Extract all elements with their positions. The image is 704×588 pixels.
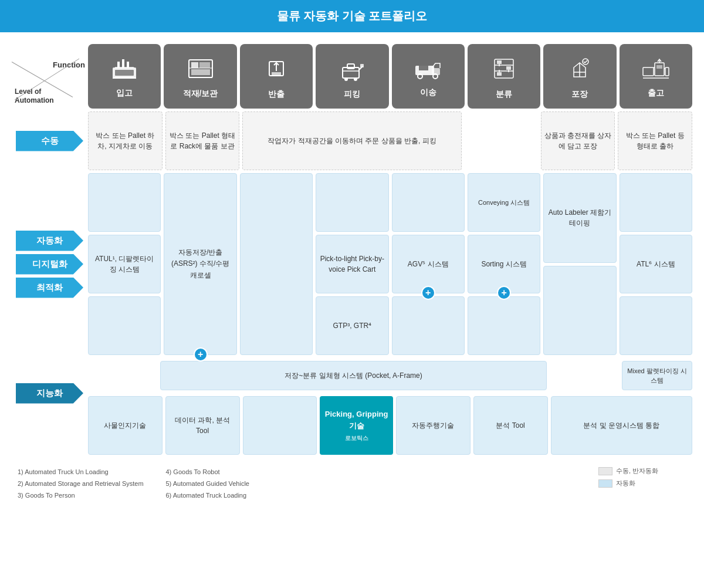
- func-label-sorting: 분류: [496, 89, 512, 100]
- level-manual-text: 수동: [16, 131, 83, 151]
- row-pocket-aframe: 저장~분류 일체형 시스템 (Pocket, A-Frame) Mixed 팔렛…: [88, 361, 692, 390]
- svg-rect-33: [506, 66, 511, 70]
- cell-intel-storage: 데이터 과학, 분석 Tool: [165, 396, 240, 455]
- cell-digital-picking: Pick-to-light Pick-by-voice Pick Cart: [316, 235, 388, 293]
- cell-intel-picking: Picking, Gripping 기술 로보틱스: [320, 396, 393, 455]
- svg-rect-11: [191, 69, 210, 75]
- pocket-inbound-empty: [88, 361, 157, 390]
- func-icon-picking: 피킹: [316, 44, 388, 109]
- picking-icon: [339, 56, 365, 85]
- cell-storage-big: 자동저장/반출 (ASRS²) 수직/수평 캐로셀 +: [164, 173, 236, 355]
- cell-intel-transfer: 자동주행기술: [396, 396, 471, 455]
- func-label-picking: 피킹: [344, 89, 360, 100]
- level-auto-text: 자동화: [16, 231, 83, 251]
- header: 물류 자동화 기술 포트폴리오: [0, 0, 704, 32]
- legend-col: 수동, 반자동화 자동화: [598, 467, 686, 501]
- pocket-packing-empty: [550, 361, 619, 390]
- cell-auto-packing: Auto Labeler 제함기 테이핑: [543, 173, 616, 263]
- cell-optimal-sorting-empty: [468, 296, 540, 355]
- func-icon-sorting: 분류: [468, 44, 540, 109]
- header-title: 물류 자동화 기술 포트폴리오: [277, 9, 428, 22]
- cell-optimal-inbound-empty: [88, 296, 161, 355]
- svg-rect-9: [191, 62, 198, 68]
- cell-intel-outbound-empty: [243, 396, 317, 455]
- cell-manual-sorting-empty: [465, 111, 538, 170]
- plus-badge-sorting[interactable]: +: [497, 286, 511, 300]
- col-storage-auto: 자동저장/반출 (ASRS²) 수직/수평 캐로셀 +: [164, 173, 236, 355]
- legend-box-auto: [598, 479, 612, 488]
- plus-badge-storage[interactable]: +: [194, 347, 208, 361]
- footnote-spacer: [314, 467, 587, 501]
- func-icon-inbound: 입고: [88, 44, 161, 109]
- func-label-inbound: 입고: [116, 88, 133, 99]
- cell-optimal-outgoing-empty: [620, 296, 692, 355]
- cell-intel-sorting: 분석 Tool: [473, 396, 548, 455]
- svg-rect-6: [127, 62, 129, 67]
- svg-rect-10: [199, 62, 210, 68]
- legend-auto: 자동화: [598, 479, 686, 488]
- row-manual: 박스 또는 Pallet 하차, 지게차로 이동 박스 또는 Pallet 형태…: [88, 111, 692, 170]
- footnote-3: 3) Goods To Person: [18, 490, 154, 502]
- cell-outbound-empty: [240, 173, 313, 355]
- legend-manual: 수동, 반자동화: [598, 467, 686, 475]
- level-digital-text: 디지털화: [16, 254, 83, 275]
- svg-rect-2: [115, 70, 134, 76]
- func-label-storage: 적재/보관: [183, 89, 218, 99]
- col-outbound-auto: [240, 173, 313, 355]
- outbound-icon: [263, 56, 289, 85]
- cell-pocket-aframe: 저장~분류 일체형 시스템 (Pocket, A-Frame): [160, 361, 547, 390]
- cell-auto-picking-empty: [316, 173, 388, 232]
- transfer-icon: [414, 58, 442, 83]
- row-intelligence: 사물인지기술 데이터 과학, 분석 Tool Picking, Gripping…: [88, 396, 692, 455]
- legend-manual-label: 수동, 반자동화: [616, 467, 658, 475]
- legend-auto-label: 자동화: [616, 479, 635, 488]
- svg-line-0: [15, 59, 79, 100]
- func-label-outbound: 반출: [268, 89, 285, 100]
- func-icon-outgoing: 출고: [620, 44, 692, 109]
- svg-rect-43: [665, 67, 669, 76]
- col-outgoing-auto: ATL⁶ 시스템: [620, 173, 692, 355]
- svg-rect-5: [122, 59, 124, 67]
- cell-intel-packing-outgoing: 분석 및 운영시스템 통합: [551, 396, 693, 455]
- cell-optimal-picking: GTP³, GTR⁴: [316, 296, 388, 355]
- svg-rect-34: [497, 72, 502, 76]
- outgoing-icon: [642, 57, 670, 83]
- cell-manual-inbound: 박스 또는 Pallet 하차, 지게차로 이동: [88, 111, 163, 170]
- level-automation: 자동화 디지털화 최적화: [12, 173, 88, 355]
- function-icons-row: 입고 적재/보관: [88, 44, 692, 109]
- func-icon-outbound: 반출: [240, 44, 313, 109]
- svg-point-20: [344, 77, 348, 81]
- cell-optimal-packing-empty: [543, 266, 616, 356]
- footnotes: 1) Automated Truck Un Loading 2) Automat…: [12, 467, 692, 501]
- cell-mixed-palletizing: Mixed 팔렛타이징 시스템: [622, 361, 692, 390]
- cell-digital-sorting: Sorting 시스템 +: [468, 235, 540, 293]
- storage-icon: [187, 56, 215, 84]
- func-label-outgoing: 출고: [648, 88, 664, 99]
- level-intelligence: 지능화: [12, 364, 88, 423]
- svg-rect-4: [117, 62, 120, 67]
- level-labels-col: 수동 자동화 디지털화 최적화 지능화: [12, 111, 88, 455]
- cell-digital-transfer: AGV⁵ 시스템 +: [392, 235, 465, 293]
- footnote-1: 1) Automated Truck Un Loading: [18, 467, 154, 478]
- footnote-5: 5) Automated Guided Vehicle: [166, 478, 303, 490]
- cell-manual-packing: 상품과 충전재를 상자에 담고 포장: [541, 111, 615, 170]
- svg-rect-41: [643, 67, 654, 76]
- auto-digital-optimal-section: ATUL¹, 디팔렛타이징 시스템 자동저장/반출 (ASRS²) 수직/수평 …: [88, 173, 692, 355]
- cell-auto-inbound-empty: [88, 173, 161, 232]
- footnote-6: 6) Automated Truck Loading: [166, 490, 303, 502]
- cell-manual-storage: 박스 또는 Pallet 형태로 Rack에 물품 보관: [165, 111, 240, 170]
- func-icon-storage: 적재/보관: [164, 44, 236, 109]
- cell-auto-sorting-conveying: Conveying 시스템: [468, 173, 540, 232]
- axis-label-area: Function Level ofAutomation: [12, 44, 88, 109]
- func-icon-packing: 포장: [543, 44, 616, 109]
- cell-digital-inbound: ATUL¹, 디팔렛타이징 시스템: [88, 235, 161, 293]
- level-intel-text: 지능화: [16, 383, 83, 404]
- legend-box-manual: [598, 467, 612, 475]
- level-optimal-text: 최적화: [16, 278, 83, 298]
- plus-badge-agv[interactable]: +: [421, 286, 435, 300]
- inbound-icon: [110, 57, 138, 83]
- col-packing-auto: Auto Labeler 제함기 테이핑: [543, 173, 616, 355]
- footnote-col-left: 1) Automated Truck Un Loading 2) Automat…: [18, 467, 154, 501]
- cell-manual-picking-transfer: 작업자가 적재공간을 이동하며 주문 상품을 반출, 피킹: [242, 111, 461, 170]
- footnote-2: 2) Automated Storage and Retrieval Syste…: [18, 478, 154, 490]
